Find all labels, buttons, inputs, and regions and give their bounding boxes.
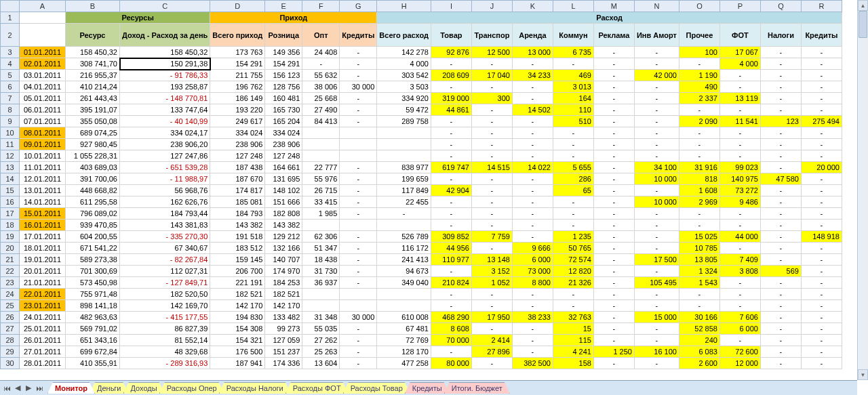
- cell-R21[interactable]: -: [801, 254, 842, 266]
- cell-B27[interactable]: 569 791,02: [66, 323, 120, 335]
- cell-H25[interactable]: [377, 300, 431, 312]
- cell-I10[interactable]: -: [431, 127, 471, 139]
- row-header-6[interactable]: 6: [1, 81, 20, 93]
- cell-E6[interactable]: 128 756: [265, 81, 302, 93]
- cell-I26[interactable]: 468 290: [431, 312, 471, 323]
- cell-J5[interactable]: 17 040: [471, 70, 512, 81]
- cell-N20[interactable]: -: [634, 243, 679, 254]
- cell-J25[interactable]: -: [471, 300, 512, 312]
- cell-Q3[interactable]: -: [760, 47, 801, 58]
- cell-D19[interactable]: 191 518: [210, 231, 265, 243]
- cell-D20[interactable]: 183 512: [210, 243, 265, 254]
- cell-K8[interactable]: 14 502: [512, 104, 553, 116]
- cell-P13[interactable]: 99 023: [719, 162, 760, 173]
- cell-G27[interactable]: -: [340, 323, 377, 335]
- cell-C8[interactable]: 133 747,64: [120, 104, 210, 116]
- row-header-29[interactable]: 29: [1, 346, 20, 358]
- cell-M29[interactable]: 1 250: [593, 346, 634, 358]
- cell-J9[interactable]: -: [471, 116, 512, 127]
- cell-R10[interactable]: -: [801, 127, 842, 139]
- row-header-9[interactable]: 9: [1, 116, 20, 127]
- cell-P7[interactable]: 13 119: [719, 93, 760, 104]
- cell-H11[interactable]: [377, 139, 431, 150]
- cell-A30[interactable]: 28.01.2011: [20, 358, 66, 369]
- col-header-Q[interactable]: Q: [760, 1, 801, 12]
- cell-J23[interactable]: 1 052: [471, 277, 512, 289]
- cell-J7[interactable]: 300: [471, 93, 512, 104]
- sheet-tab-7[interactable]: Кредиты: [405, 382, 450, 394]
- cell-C13[interactable]: - 651 539,28: [120, 162, 210, 173]
- cell-C19[interactable]: - 335 270,30: [120, 231, 210, 243]
- row-header-17[interactable]: 17: [1, 208, 20, 220]
- cell-M6[interactable]: -: [593, 81, 634, 93]
- cell-A24[interactable]: 22.01.2011: [20, 289, 66, 300]
- cell-R14[interactable]: -: [801, 173, 842, 185]
- cell-I17[interactable]: -: [431, 208, 471, 220]
- cell-E23[interactable]: 184 253: [265, 277, 302, 289]
- cell-N18[interactable]: -: [634, 220, 679, 231]
- cell-G5[interactable]: -: [340, 70, 377, 81]
- cell-H6[interactable]: 3 503: [377, 81, 431, 93]
- cell-B24[interactable]: 755 971,48: [66, 289, 120, 300]
- cell-J18[interactable]: -: [471, 220, 512, 231]
- cell-K17[interactable]: -: [512, 208, 553, 220]
- cell-C14[interactable]: - 11 988,97: [120, 173, 210, 185]
- cell-A4[interactable]: 02.01.2011: [20, 58, 66, 70]
- cell-N17[interactable]: -: [634, 208, 679, 220]
- cell-G28[interactable]: -: [340, 335, 377, 346]
- cell-Q11[interactable]: -: [760, 139, 801, 150]
- cell-N9[interactable]: -: [634, 116, 679, 127]
- cell-A13[interactable]: 11.01.2011: [20, 162, 66, 173]
- cell-H19[interactable]: 526 789: [377, 231, 431, 243]
- col-header-F[interactable]: F: [302, 1, 340, 12]
- cell-D17[interactable]: 184 793: [210, 208, 265, 220]
- cell-K3[interactable]: 13 000: [512, 47, 553, 58]
- cell-G16[interactable]: -: [340, 196, 377, 208]
- cell-B22[interactable]: 701 300,69: [66, 266, 120, 277]
- cell-D26[interactable]: 194 830: [210, 312, 265, 323]
- cell-O27[interactable]: 52 858: [679, 323, 719, 335]
- cell-K29[interactable]: -: [512, 346, 553, 358]
- cell-D11[interactable]: 238 906: [210, 139, 265, 150]
- cell-O11[interactable]: -: [679, 139, 719, 150]
- cell-I19[interactable]: 309 852: [431, 231, 471, 243]
- cell-C4[interactable]: 150 291,38: [120, 58, 210, 70]
- row-header-13[interactable]: 13: [1, 162, 20, 173]
- cell-J20[interactable]: -: [471, 243, 512, 254]
- row-header-10[interactable]: 10: [1, 127, 20, 139]
- cell-A9[interactable]: 07.01.2011: [20, 116, 66, 127]
- cell-B28[interactable]: 651 343,16: [66, 335, 120, 346]
- cell-J27[interactable]: -: [471, 323, 512, 335]
- cell-O13[interactable]: 31 916: [679, 162, 719, 173]
- cell-R18[interactable]: -: [801, 220, 842, 231]
- cell-P8[interactable]: -: [719, 104, 760, 116]
- cell-C5[interactable]: - 91 786,33: [120, 70, 210, 81]
- cell-C29[interactable]: 48 329,68: [120, 346, 210, 358]
- cell-G8[interactable]: -: [340, 104, 377, 116]
- cell-N16[interactable]: 10 000: [634, 196, 679, 208]
- cell-N13[interactable]: 34 100: [634, 162, 679, 173]
- cell-O21[interactable]: 13 805: [679, 254, 719, 266]
- cell-A3[interactable]: 01.01.2011: [20, 47, 66, 58]
- cell-B21[interactable]: 589 273,38: [66, 254, 120, 266]
- cell-C17[interactable]: 184 793,44: [120, 208, 210, 220]
- vertical-scrollbar[interactable]: ▲ ▼: [857, 0, 868, 380]
- cell-A29[interactable]: 27.01.2011: [20, 346, 66, 358]
- cell-D14[interactable]: 187 670: [210, 173, 265, 185]
- cell-F8[interactable]: 27 490: [302, 104, 340, 116]
- cell-G13[interactable]: -: [340, 162, 377, 173]
- worksheet-grid[interactable]: ABCDEFGHIJKLMNOPQR 1РесурсыПриходРасход2…: [0, 0, 857, 380]
- cell-I5[interactable]: 208 609: [431, 70, 471, 81]
- cell-C11[interactable]: 238 906,20: [120, 139, 210, 150]
- cell-F13[interactable]: 22 777: [302, 162, 340, 173]
- row-header-21[interactable]: 21: [1, 254, 20, 266]
- cell-F9[interactable]: 84 413: [302, 116, 340, 127]
- cell-E10[interactable]: 334 024: [265, 127, 302, 139]
- cell-N3[interactable]: -: [634, 47, 679, 58]
- cell-C22[interactable]: 112 027,31: [120, 266, 210, 277]
- cell-H3[interactable]: 142 278: [377, 47, 431, 58]
- cell-E17[interactable]: 182 808: [265, 208, 302, 220]
- cell-D9[interactable]: 249 617: [210, 116, 265, 127]
- cell-E27[interactable]: 99 273: [265, 323, 302, 335]
- cell-R16[interactable]: -: [801, 196, 842, 208]
